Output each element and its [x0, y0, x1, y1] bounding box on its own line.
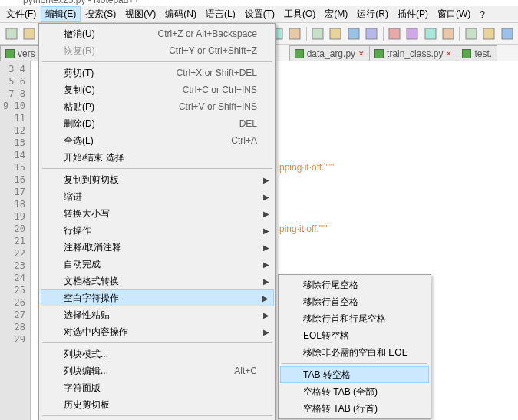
menu-item[interactable]: 历史剪切板 [41, 396, 274, 413]
tab-label: test. [474, 48, 492, 59]
svg-rect-16 [312, 28, 323, 39]
menu-item[interactable]: 运行(R) [352, 6, 393, 22]
submenu-item[interactable]: TAB 转空格 [280, 366, 429, 383]
macro2-button[interactable] [440, 25, 456, 42]
file-icon [462, 49, 471, 58]
sync-button[interactable] [310, 25, 326, 42]
submenu-item-label: 空格转 TAB (行首) [303, 402, 378, 415]
menu-item[interactable]: 开始/结束 选择 [41, 149, 274, 166]
menu-item[interactable]: 撤消(U)Ctrl+Z or Alt+Backspace [41, 25, 274, 42]
menu-item[interactable]: 行操作▶ [41, 222, 274, 239]
menu-item[interactable]: 粘贴(P)Ctrl+V or Shift+INS [41, 98, 274, 115]
new-button[interactable] [3, 25, 19, 42]
menu-item-label: 行操作 [64, 224, 257, 237]
menu-item[interactable]: 剪切(T)Ctrl+X or Shift+DEL [41, 64, 274, 81]
menu-item-label: 剪切(T) [64, 67, 177, 80]
menu-item[interactable]: 文档格式转换▶ [41, 273, 274, 289]
svg-rect-19 [366, 28, 377, 39]
menu-item-label: 复制(C) [64, 84, 183, 97]
indent-button[interactable] [387, 25, 403, 42]
menu-item-accel: Ctrl+Y or Ctrl+Shift+Z [169, 45, 257, 56]
close-icon[interactable]: ✕ [446, 50, 452, 58]
submenu-item[interactable]: EOL转空格 [280, 327, 429, 344]
svg-rect-0 [6, 28, 17, 39]
submenu-item[interactable]: 移除行首空格 [280, 293, 429, 310]
file-tab[interactable]: train_class.py✕ [369, 45, 457, 61]
macro1-button[interactable] [422, 25, 438, 42]
menu-item[interactable]: 工具(O) [279, 6, 320, 22]
menu-divider [282, 363, 427, 364]
wrap-button[interactable] [328, 25, 344, 42]
menu-item[interactable]: 视图(V) [120, 6, 160, 22]
menu-item[interactable]: 编辑(E) [41, 6, 81, 22]
menu-item[interactable]: 语言(L) [201, 6, 240, 22]
rec-button[interactable] [463, 25, 479, 42]
chevron-right-icon: ▶ [263, 277, 269, 286]
menu-item-label: 列块模式... [64, 348, 257, 361]
menu-item-accel: Ctrl+Z or Alt+Backspace [158, 28, 257, 39]
zoomout-button[interactable] [286, 25, 302, 42]
menu-bar: 文件(F)编辑(E)搜索(S)视图(V)编码(N)语言(L)设置(T)工具(O)… [0, 6, 518, 23]
menu-item[interactable]: 宏(M) [320, 6, 352, 22]
menu-item[interactable]: 转换大小写▶ [41, 205, 274, 222]
chevron-right-icon: ▶ [263, 210, 269, 218]
menu-item[interactable]: 删除(D)DEL [41, 115, 274, 132]
svg-rect-21 [407, 28, 417, 39]
menu-item[interactable]: 对选中内容操作▶ [41, 323, 274, 340]
submenu-item[interactable]: 移除行尾空格 [280, 276, 429, 293]
menu-item[interactable]: 注释/取消注释▶ [41, 239, 274, 256]
menu-item[interactable]: 字符面版 [41, 379, 274, 396]
line-number-gutter: 3 4 5 6 7 8 9 10 11 12 13 14 15 16 17 18… [0, 61, 31, 420]
svg-rect-26 [502, 28, 513, 39]
submenu-item[interactable]: 移除非必需的空白和 EOL [280, 344, 429, 361]
lang-button[interactable] [363, 25, 379, 42]
file-icon [374, 49, 384, 58]
menu-item[interactable]: 空白字符操作▶ [41, 289, 274, 306]
menu-item[interactable]: 缩进▶ [41, 188, 274, 205]
file-tab[interactable]: vers [0, 45, 41, 61]
menu-item-label: 开始/结束 选择 [64, 151, 257, 164]
submenu-item[interactable]: 空格转 TAB (行首) [280, 400, 429, 417]
play-button[interactable] [481, 25, 497, 42]
submenu-item[interactable]: 移除行首和行尾空格 [280, 310, 429, 327]
chevron-right-icon: ▶ [262, 294, 269, 303]
svg-rect-24 [466, 28, 477, 39]
menu-item-label: 全选(L) [64, 134, 231, 147]
menu-item[interactable]: 搜索(S) [81, 6, 120, 22]
chevron-right-icon: ▶ [263, 311, 269, 319]
menu-item[interactable]: 文件(F) [2, 6, 41, 22]
chars-button[interactable] [345, 25, 361, 42]
menu-item[interactable]: 插件(P) [393, 6, 433, 22]
menu-item-accel: Alt+C [234, 365, 257, 376]
menu-item[interactable]: 自动完成▶ [41, 256, 274, 273]
menu-item[interactable]: ? [475, 8, 490, 21]
submenu-item-label: 移除行尾空格 [303, 279, 358, 292]
submenu-item[interactable]: 空格转 TAB (全部) [280, 383, 429, 400]
open-button[interactable] [21, 25, 37, 42]
folder-button[interactable] [404, 25, 421, 42]
menu-item[interactable]: 全选(L)Ctrl+A [41, 132, 274, 149]
menu-item-label: 对选中内容操作 [64, 326, 257, 339]
file-tab[interactable]: data_arg.py✕ [289, 45, 370, 61]
menu-item-accel: Ctrl+C or Ctrl+INS [183, 84, 257, 95]
menu-item[interactable]: 复制到剪切板▶ [41, 171, 274, 188]
menu-item[interactable]: 列块编辑...Alt+C [41, 362, 274, 379]
close-icon[interactable]: ✕ [358, 50, 365, 58]
menu-item[interactable]: 列块模式... [41, 346, 274, 362]
menu-item[interactable]: 窗口(W) [433, 6, 475, 22]
submenu-item-label: 移除行首空格 [303, 296, 358, 309]
menu-item[interactable]: 复制(C)Ctrl+C or Ctrl+INS [41, 81, 274, 98]
tab-label: train_class.py [387, 48, 443, 59]
menu-item[interactable]: 设置(T) [240, 6, 279, 22]
file-tab[interactable]: test. [457, 45, 497, 61]
menu-item[interactable]: 编码(N) [160, 6, 201, 22]
menu-item-label: 列块编辑... [64, 365, 234, 378]
menu-item-accel: Ctrl+A [231, 135, 257, 146]
menu-item-accel: DEL [239, 118, 257, 129]
submenu-item-label: 空格转 TAB (全部) [303, 385, 378, 399]
menu-item[interactable]: 选择性粘贴▶ [41, 306, 274, 323]
chevron-right-icon: ▶ [263, 243, 269, 252]
svg-rect-20 [389, 28, 400, 39]
svg-rect-23 [443, 28, 454, 39]
stop-button[interactable] [499, 25, 515, 42]
